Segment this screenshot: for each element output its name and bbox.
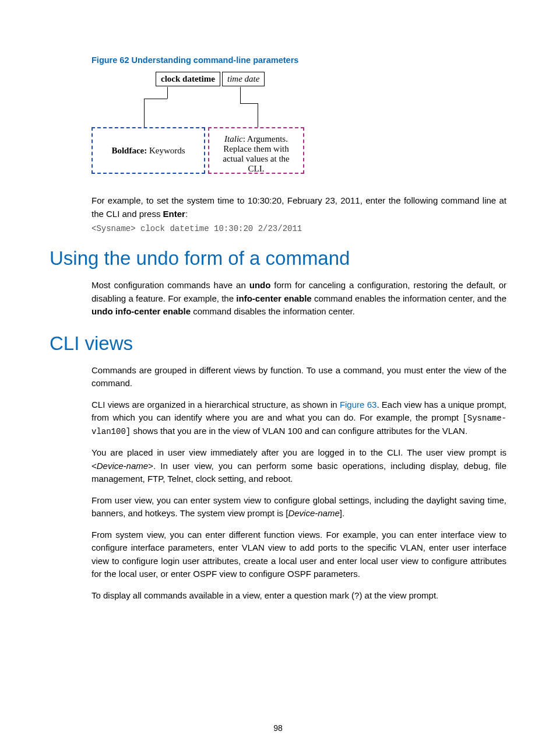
connector-line — [240, 103, 258, 104]
text: >. In user view, you can perform some ba… — [92, 461, 506, 484]
views-p2: CLI views are organized in a hierarchica… — [92, 398, 506, 439]
bold-undo-info: undo info-center enable — [92, 306, 191, 316]
figure-caption: Figure 62 Understanding command-line par… — [92, 55, 506, 65]
figure-63-link[interactable]: Figure 63 — [340, 400, 377, 410]
keywords-description-box: Boldface: Keywords — [92, 127, 205, 174]
undo-paragraph: Most configuration commands have an undo… — [92, 279, 506, 318]
example-intro: For example, to set the system time to 1… — [92, 194, 506, 220]
views-p1: Commands are grouped in different views … — [92, 364, 506, 390]
text: CLI views are organized in a hierarchica… — [92, 400, 340, 410]
enter-key-label: Enter — [163, 209, 185, 219]
views-p4: From user view, you can enter system vie… — [92, 494, 506, 520]
text: shows that you are in the view of VLAN 1… — [131, 426, 467, 436]
text: command disables the information center. — [191, 306, 355, 316]
bold-undo: undo — [249, 280, 271, 290]
connector-line — [240, 87, 241, 103]
device-name-italic: Device-name — [288, 508, 339, 518]
figure-diagram: clock datetime time date Boldface: Keywo… — [92, 72, 307, 177]
views-p3: You are placed in user view immediately … — [92, 446, 506, 486]
device-name-italic: Device-name — [97, 461, 148, 471]
italic-label: Italic — [224, 134, 243, 144]
views-p5: From system view, you can enter differen… — [92, 528, 506, 581]
page-number: 98 — [0, 723, 556, 733]
text: command enables the information center, … — [312, 293, 506, 303]
connector-line — [258, 103, 259, 127]
bold-info-enable: info-center enable — [236, 293, 311, 303]
text: Most configuration commands have an — [92, 280, 249, 290]
text: ]. — [340, 508, 344, 518]
keywords-text: Keywords — [147, 146, 185, 155]
cmd-argument-box: time date — [222, 72, 265, 86]
heading-cli-views: CLI views — [50, 332, 506, 355]
example-code: <Sysname> clock datetime 10:30:20 2/23/2… — [92, 224, 506, 233]
connector-line — [144, 99, 145, 127]
heading-undo: Using the undo form of a command — [50, 247, 506, 270]
text: For example, to set the system time to 1… — [92, 195, 506, 219]
views-p6: To display all commands available in a v… — [92, 589, 506, 603]
arguments-description-box: Italic: Arguments. Replace them with act… — [208, 127, 304, 174]
text: : — [185, 209, 188, 219]
page-container: Figure 62 Understanding command-line par… — [0, 0, 556, 756]
connector-line — [167, 87, 168, 99]
boldface-label: Boldface: — [111, 146, 147, 155]
connector-line — [144, 99, 167, 100]
cmd-keyword-box: clock datetime — [156, 72, 220, 86]
